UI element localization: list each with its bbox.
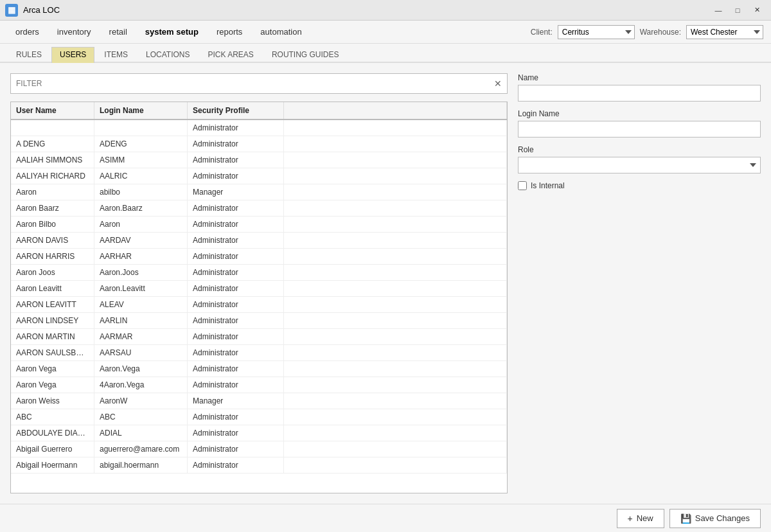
menu-item-system-setup[interactable]: system setup — [137, 23, 206, 40]
maximize-button[interactable]: □ — [729, 3, 747, 17]
cell-securityprofile: Administrator — [188, 136, 284, 152]
table-row[interactable]: AARON LINDSEYAARLINAdministrator — [11, 313, 507, 329]
table-row[interactable]: Aaron BaarzAaron.BaarzAdministrator — [11, 200, 507, 217]
form-panel: Name Login Name Role Is Internal — [508, 63, 771, 504]
table-row[interactable]: Aaron JoosAaron.JoosAdministrator — [11, 265, 507, 281]
cell-extra — [284, 152, 507, 168]
subnav-item-rules[interactable]: RULES — [8, 47, 50, 63]
cell-extra — [284, 281, 507, 296]
table-row[interactable]: Abigail Hoermannabigail.hoermannAdminist… — [11, 457, 507, 474]
name-input[interactable] — [518, 85, 761, 102]
table-row[interactable]: AARON DAVISAARDAVAdministrator — [11, 233, 507, 249]
cell-username: Abigail Hoermann — [11, 457, 94, 473]
cell-loginname: ALEAV — [94, 297, 188, 312]
subnav-item-locations[interactable]: LOCATIONS — [137, 47, 198, 63]
menu-bar: ordersinventoryretailsystem setupreports… — [0, 21, 771, 44]
cell-loginname: AARHAR — [94, 249, 188, 264]
cell-securityprofile: Administrator — [188, 281, 284, 296]
table-row[interactable]: ABCABCAdministrator — [11, 409, 507, 425]
subnav-item-pick-areas[interactable]: PICK AREAS — [200, 47, 262, 63]
is-internal-checkbox[interactable] — [518, 181, 527, 190]
warehouse-label: Warehouse: — [640, 28, 681, 37]
table-row[interactable]: Aaron VegaAaron.VegaAdministrator — [11, 361, 507, 377]
cell-username: Aaron Baarz — [11, 200, 94, 216]
name-label: Name — [518, 73, 761, 82]
table-row[interactable]: AARON MARTINAARMARAdministrator — [11, 329, 507, 345]
cell-username: Aaron Joos — [11, 265, 94, 280]
close-button[interactable]: ✕ — [748, 3, 766, 17]
cell-loginname: aguerrero@amare.com — [94, 441, 188, 457]
cell-username: AARON LEAVITT — [11, 297, 94, 312]
cell-securityprofile: Administrator — [188, 441, 284, 457]
cell-username: Aaron Leavitt — [11, 281, 94, 296]
cell-extra — [284, 329, 507, 344]
table-row[interactable]: AARON LEAVITTALEAVAdministrator — [11, 297, 507, 313]
table-row[interactable]: Aaron WeissAaronWManager — [11, 393, 507, 409]
cell-extra — [284, 313, 507, 328]
cell-username: ABDOULAYE DIALLO — [11, 425, 94, 441]
user-table: User Name Login Name Security Profile Ad… — [10, 102, 508, 493]
table-row[interactable]: A DENGADENGAdministrator — [11, 136, 507, 152]
save-icon: 💾 — [680, 513, 691, 524]
toolbar-right: Client: Cerritus Warehouse: West Chester — [531, 25, 763, 39]
subnav-item-users[interactable]: USERS — [51, 47, 94, 63]
subnav-item-routing-guides[interactable]: ROUTING GUIDES — [263, 47, 348, 63]
window-controls: — □ ✕ — [709, 3, 766, 17]
cell-securityprofile: Manager — [188, 184, 284, 200]
save-changes-button[interactable]: 💾 Save Changes — [669, 509, 761, 528]
filter-clear-button[interactable]: ✕ — [489, 76, 507, 91]
cell-securityprofile: Administrator — [188, 217, 284, 232]
list-panel: ✕ User Name Login Name Security Profile … — [0, 63, 508, 504]
cell-username — [11, 120, 94, 136]
table-row[interactable]: AALIAH SIMMONSASIMMAdministrator — [11, 152, 507, 168]
table-row[interactable]: Aaron Vega4Aaron.VegaAdministrator — [11, 377, 507, 393]
new-button[interactable]: + New — [617, 509, 664, 528]
menu-item-orders[interactable]: orders — [8, 23, 47, 40]
cell-loginname: Aaron — [94, 217, 188, 232]
cell-extra — [284, 217, 507, 232]
cell-username: Aaron — [11, 184, 94, 200]
table-row[interactable]: Abigail Guerreroaguerrero@amare.comAdmin… — [11, 441, 507, 457]
cell-extra — [284, 120, 507, 136]
cell-loginname: AARMAR — [94, 329, 188, 344]
cell-username: Aaron Vega — [11, 377, 94, 393]
table-row[interactable]: AALIYAH RICHARDAALRICAdministrator — [11, 168, 507, 184]
cell-securityprofile: Administrator — [188, 457, 284, 473]
subnav-items: RULESUSERSITEMSLOCATIONSPICK AREASROUTIN… — [8, 47, 348, 62]
cell-loginname: Aaron.Joos — [94, 265, 188, 280]
role-select[interactable] — [518, 157, 761, 173]
filter-input[interactable] — [11, 76, 489, 91]
cell-securityprofile: Administrator — [188, 265, 284, 280]
cell-securityprofile: Administrator — [188, 120, 284, 136]
table-row[interactable]: Aaron BilboAaronAdministrator — [11, 217, 507, 233]
cell-loginname: Aaron.Leavitt — [94, 281, 188, 296]
col-username: User Name — [11, 102, 94, 119]
table-row[interactable]: AARON SAULSBERRYAARSAUAdministrator — [11, 345, 507, 361]
table-row[interactable]: AARON HARRISAARHARAdministrator — [11, 249, 507, 265]
cell-extra — [284, 377, 507, 393]
menu-item-inventory[interactable]: inventory — [49, 23, 99, 40]
menu-item-automation[interactable]: automation — [253, 23, 309, 40]
menu-item-retail[interactable]: retail — [102, 23, 135, 40]
cell-extra — [284, 393, 507, 409]
table-row[interactable]: AaronabilboManager — [11, 184, 507, 200]
client-select[interactable]: Cerritus — [558, 25, 635, 39]
role-label: Role — [518, 145, 761, 154]
cell-securityprofile: Administrator — [188, 313, 284, 328]
cell-extra — [284, 425, 507, 441]
warehouse-select[interactable]: West Chester — [686, 25, 763, 39]
loginname-input[interactable] — [518, 121, 761, 137]
table-row[interactable]: Administrator — [11, 120, 507, 136]
cell-loginname: ABC — [94, 409, 188, 425]
table-row[interactable]: Aaron LeavittAaron.LeavittAdministrator — [11, 281, 507, 297]
role-select-wrapper — [518, 157, 761, 173]
client-label: Client: — [531, 28, 553, 37]
role-group: Role — [518, 145, 761, 173]
cell-securityprofile: Administrator — [188, 329, 284, 344]
cell-loginname: AARDAV — [94, 233, 188, 248]
menu-item-reports[interactable]: reports — [209, 23, 250, 40]
table-row[interactable]: ABDOULAYE DIALLOADIALAdministrator — [11, 425, 507, 441]
cell-extra — [284, 345, 507, 360]
subnav-item-items[interactable]: ITEMS — [96, 47, 136, 63]
minimize-button[interactable]: — — [709, 3, 727, 17]
